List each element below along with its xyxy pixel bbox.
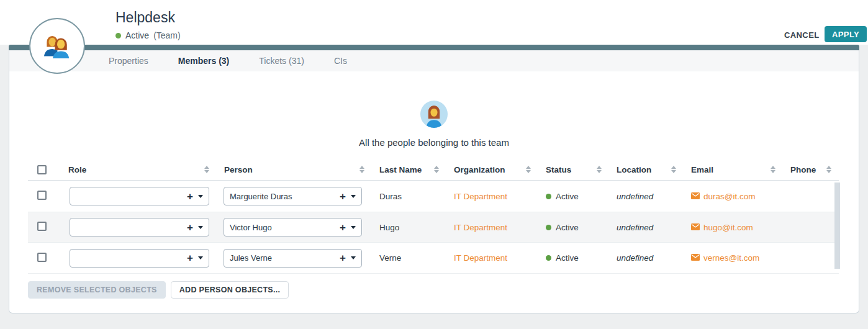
team-icon [40,27,75,65]
team-avatar [29,18,85,74]
last-name-cell: Duras [372,192,446,201]
column-phone: Phone [790,165,816,174]
sort-icon[interactable] [359,166,364,173]
email-link[interactable]: vernes@it.com [703,253,759,263]
column-organization: Organization [454,165,505,174]
role-select[interactable]: + [70,249,209,268]
status-value: Active [556,192,579,201]
table-row: + Victor Hugo+ Hugo IT Department Active… [28,212,839,243]
add-icon[interactable]: + [340,191,346,202]
sort-icon[interactable] [826,166,831,173]
column-status: Status [546,165,571,174]
chevron-down-icon[interactable] [198,226,203,229]
tab-properties[interactable]: Properties [109,56,148,66]
chevron-down-icon[interactable] [351,226,356,229]
organization-link[interactable]: IT Department [454,253,507,263]
location-cell: undefined [609,192,684,201]
row-checkbox[interactable] [37,253,47,262]
sort-icon[interactable] [434,166,439,173]
status-dot-icon [546,255,551,261]
table-header-row: Role Person Last Name Organization Statu… [28,159,839,181]
column-location: Location [617,165,651,174]
last-name-cell: Hugo [372,223,446,232]
person-select[interactable]: Jules Verne+ [224,249,362,268]
column-email: Email [691,165,713,174]
add-icon[interactable]: + [187,191,193,202]
row-checkbox[interactable] [37,191,47,200]
apply-button[interactable]: APPLY [825,26,867,42]
chevron-down-icon[interactable] [351,256,356,259]
status-context: (Team) [153,30,181,40]
tab-cis[interactable]: CIs [334,56,347,66]
status-value: Active [556,223,579,232]
row-checkbox[interactable] [37,222,47,231]
add-icon[interactable]: + [340,222,346,233]
email-icon [691,253,700,263]
main-panel: Properties Members (3) Tickets (31) CIs … [9,50,859,313]
location-cell: undefined [609,223,684,232]
status-value: Active [556,253,579,263]
organization-link[interactable]: IT Department [454,223,507,232]
sort-icon[interactable] [771,166,775,173]
last-name-cell: Verne [372,253,446,263]
status-label: Active [125,30,149,40]
status-dot-icon [546,225,551,230]
email-link[interactable]: hugo@it.com [703,223,753,232]
sort-icon[interactable] [597,166,602,173]
chevron-down-icon[interactable] [198,256,203,259]
add-person-button[interactable]: ADD PERSON OBJECTS... [171,281,289,299]
add-icon[interactable]: + [187,222,193,233]
members-table: Role Person Last Name Organization Statu… [28,159,839,274]
email-icon [691,223,700,232]
select-all-checkbox[interactable] [37,165,47,174]
sort-icon[interactable] [671,166,676,173]
chevron-down-icon[interactable] [198,195,203,198]
role-select[interactable]: + [70,218,209,237]
chevron-down-icon[interactable] [351,195,356,198]
members-description: All the people belonging to this team [9,137,859,148]
tab-strip: Properties Members (3) Tickets (31) CIs [9,50,859,71]
footer-actions: REMOVE SELECTED OBJECTS ADD PERSON OBJEC… [28,281,289,299]
location-cell: undefined [609,253,684,263]
person-icon [420,101,448,130]
tab-members[interactable]: Members (3) [178,56,229,66]
add-icon[interactable]: + [187,253,193,263]
sort-icon[interactable] [204,166,209,173]
column-last-name: Last Name [379,165,422,174]
organization-link[interactable]: IT Department [454,192,507,201]
cancel-button[interactable]: CANCEL [784,29,820,40]
column-person: Person [224,165,253,174]
email-icon [691,192,700,201]
tab-tickets[interactable]: Tickets (31) [259,56,304,66]
remove-selected-button[interactable]: REMOVE SELECTED OBJECTS [28,281,166,299]
role-select[interactable]: + [70,187,209,205]
sort-icon[interactable] [526,166,531,173]
person-select[interactable]: Marguerite Duras+ [224,187,362,205]
email-link[interactable]: duras@it.com [703,192,755,201]
table-row: + Jules Verne+ Verne IT Department Activ… [28,243,839,274]
page-title: Helpdesk [115,9,175,26]
add-icon[interactable]: + [340,253,346,263]
person-select[interactable]: Victor Hugo+ [224,218,362,237]
brand-bar [9,45,859,50]
status-dot-icon [546,194,551,199]
table-row: + Marguerite Duras+ Duras IT Department … [28,181,839,212]
status-dot-icon [115,33,121,38]
column-role: Role [68,165,86,174]
table-scrollbar-thumb[interactable] [834,183,840,269]
status-line: Active (Team) [115,30,181,40]
